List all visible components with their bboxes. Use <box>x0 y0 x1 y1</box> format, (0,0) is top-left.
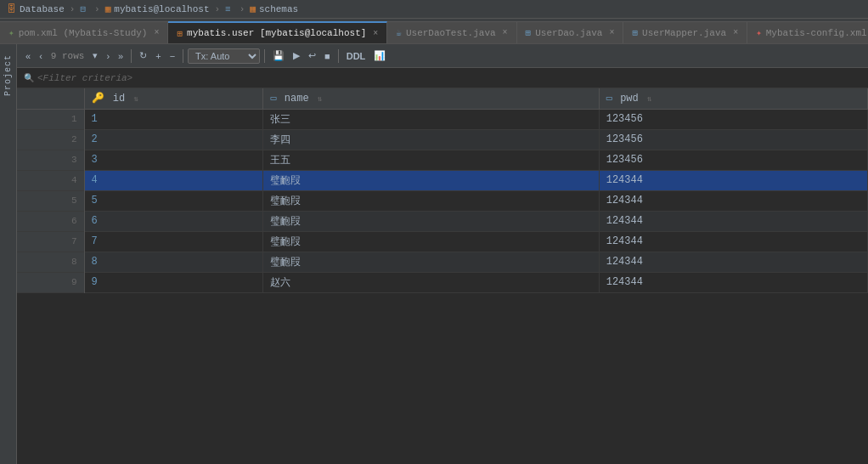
sep3 <box>264 49 265 63</box>
sep2 <box>183 49 183 63</box>
cell-id: 2 <box>84 129 263 150</box>
breadcrumb-database[interactable]: Database <box>20 4 65 14</box>
cell-pwd: 123456 <box>599 109 867 129</box>
reload-icon: ↻ <box>139 50 147 61</box>
sort-arrows-pwd: ⇅ <box>647 95 651 104</box>
java-icon2: ⊞ <box>526 27 532 38</box>
save-button[interactable]: 💾 <box>269 48 288 63</box>
db-icon: 🗄 <box>7 3 16 14</box>
add-icon: + <box>155 51 161 61</box>
table-row[interactable]: 44璧靤叚124344 <box>17 170 868 190</box>
rollback-icon: ↩ <box>308 50 316 61</box>
next-page-icon: › <box>106 51 110 61</box>
java-icon1: ☕ <box>396 27 402 38</box>
tab-userdaotest[interactable]: ☕ UserDaoTest.java × <box>387 21 516 43</box>
filter-bar: 🔍 <Filter criteria> <box>17 68 868 88</box>
tab-mybatis-user[interactable]: ⊞ mybatis.user [mybatis@localhost] × <box>168 21 387 43</box>
db-table-icon: ⊞ <box>177 28 183 39</box>
ddl-button[interactable]: DDL <box>343 49 369 63</box>
col-icon-pwd: ▭ <box>606 93 612 105</box>
tab-mybatis-config[interactable]: ✦ Mybatis-config.xml <box>747 21 868 43</box>
sort-arrows-id: ⇅ <box>133 95 138 104</box>
run-icon: ▶ <box>293 50 300 61</box>
nav-next-button[interactable]: › <box>103 49 113 63</box>
header-rownum <box>17 88 84 109</box>
xml-icon: ✦ <box>8 27 14 38</box>
table-row[interactable]: 99赵六124344 <box>17 272 868 292</box>
table-header-row: 🔑 id ⇅ ▭ name ⇅ ▭ pwd ⇅ <box>17 88 868 109</box>
export-button[interactable]: 📊 <box>370 48 389 63</box>
delete-icon: − <box>170 51 175 61</box>
prev-page-icon: ‹ <box>39 51 42 61</box>
run-button[interactable]: ▶ <box>290 48 303 63</box>
cell-name: 璧靤叚 <box>263 170 599 190</box>
data-table: 🔑 id ⇅ ▭ name ⇅ ▭ pwd ⇅ <box>17 88 868 293</box>
filter-placeholder[interactable]: <Filter criteria> <box>37 73 132 83</box>
cell-id: 1 <box>84 109 263 129</box>
add-row-button[interactable]: + <box>152 49 164 63</box>
tab-usermapper[interactable]: ⊞ UserMapper.java × <box>623 21 747 43</box>
cell-rownum: 1 <box>17 109 84 129</box>
key-icon: 🔑 <box>92 93 104 105</box>
cell-rownum: 5 <box>17 190 84 211</box>
cell-id: 4 <box>84 170 263 190</box>
toolbar: « ‹ 9 rows ▾ › » ↻ + − <box>17 44 868 68</box>
nav-prev-button[interactable]: ‹ <box>36 49 46 63</box>
table-body: 11张三12345622李四12345633王五12345644璧靤叚12434… <box>17 109 868 292</box>
breadcrumb-schemas[interactable]: mybatis@localhost <box>114 4 209 14</box>
header-pwd[interactable]: ▭ pwd ⇅ <box>599 88 867 109</box>
table-icon: ▦ <box>250 3 256 14</box>
close-tab-user[interactable]: × <box>373 29 378 38</box>
sidebar-label: Project <box>3 54 13 96</box>
stop-button[interactable]: ■ <box>321 49 334 63</box>
table-row[interactable]: 66璧靤叚124344 <box>17 211 868 231</box>
last-page-icon: » <box>118 51 123 61</box>
export-icon: 📊 <box>374 50 386 61</box>
table-row[interactable]: 11张三123456 <box>17 109 868 129</box>
table-container[interactable]: 🔑 id ⇅ ▭ name ⇅ ▭ pwd ⇅ <box>17 88 868 464</box>
sep1 <box>131 49 132 63</box>
table-row[interactable]: 55璧靤叚124344 <box>17 190 868 211</box>
cell-id: 3 <box>84 150 263 170</box>
cell-pwd: 124344 <box>599 190 867 211</box>
cell-name: 璧靤叚 <box>263 211 599 231</box>
header-name[interactable]: ▭ name ⇅ <box>263 88 599 109</box>
tab-pom-xml[interactable]: ✦ pom.xml (Mybatis-Study) × <box>0 21 168 43</box>
close-tab-mapper[interactable]: × <box>733 28 738 37</box>
tx-select[interactable]: Tx: Auto Tx: Manual <box>188 48 260 64</box>
nav-last-button[interactable]: » <box>115 49 127 63</box>
rows-dropdown-button[interactable]: ▾ <box>89 48 101 63</box>
filter-icon: 🔍 <box>24 73 34 83</box>
main-content: « ‹ 9 rows ▾ › » ↻ + − <box>17 44 868 464</box>
table-row[interactable]: 33王五123456 <box>17 150 868 170</box>
close-tab-dao[interactable]: × <box>609 28 614 37</box>
table-row[interactable]: 77璧靤叚124344 <box>17 231 868 252</box>
table-row[interactable]: 22李四123456 <box>17 129 868 150</box>
tab-userdao[interactable]: ⊞ UserDao.java × <box>517 21 624 43</box>
xml-icon2: ✦ <box>756 27 762 38</box>
cell-id: 8 <box>84 252 263 272</box>
cell-pwd: 124344 <box>599 170 867 190</box>
cell-rownum: 9 <box>17 272 84 292</box>
cell-name: 王五 <box>263 150 599 170</box>
stop-icon: ■ <box>324 51 330 61</box>
close-tab-daotest[interactable]: × <box>503 28 508 37</box>
cell-pwd: 123456 <box>599 150 867 170</box>
rollback-button[interactable]: ↩ <box>305 48 319 63</box>
cell-name: 李四 <box>263 129 599 150</box>
tab-bar: ✦ pom.xml (Mybatis-Study) × ⊞ mybatis.us… <box>0 19 868 44</box>
breadcrumb-user[interactable]: schemas <box>259 4 298 14</box>
table-row[interactable]: 88璧靤叚124344 <box>17 252 868 272</box>
cell-rownum: 4 <box>17 170 84 190</box>
header-id[interactable]: 🔑 id ⇅ <box>84 88 263 109</box>
cell-pwd: 123456 <box>599 129 867 150</box>
cell-id: 6 <box>84 211 263 231</box>
reload-button[interactable]: ↻ <box>136 48 150 63</box>
cell-name: 璧靤叚 <box>263 252 599 272</box>
close-tab-pom[interactable]: × <box>154 28 159 37</box>
cell-rownum: 7 <box>17 231 84 252</box>
nav-first-button[interactable]: « <box>22 49 34 63</box>
java-icon3: ⊞ <box>632 27 638 38</box>
cell-pwd: 124344 <box>599 211 867 231</box>
delete-row-button[interactable]: − <box>166 49 178 63</box>
